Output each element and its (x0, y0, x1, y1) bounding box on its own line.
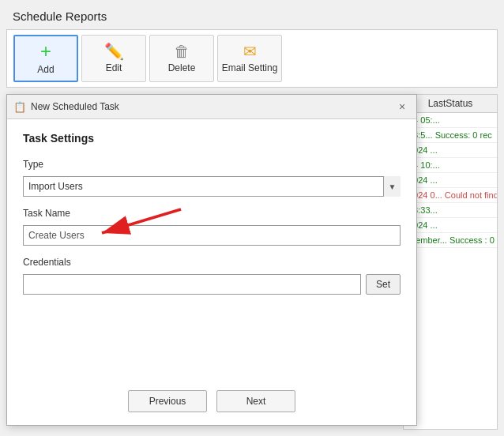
email-label: Email Setting (222, 62, 278, 73)
dialog-body: Task Settings Type Import Users Export U… (7, 119, 416, 382)
table-row: 2024 0... Could not find (404, 188, 497, 203)
table-row: 24 10:... (404, 158, 497, 173)
edit-button[interactable]: ✏️ Edit (81, 35, 146, 82)
app-container: Schedule Reports + Add ✏️ Edit 🗑 Delete … (0, 0, 504, 436)
credentials-label: Credentials (23, 257, 401, 268)
task-name-label: Task Name (23, 208, 401, 219)
main-content: LastStatus 24 05:... 08:5... Success: 0 … (6, 94, 498, 430)
page-title: Schedule Reports (0, 0, 504, 29)
bg-table: LastStatus 24 05:... 08:5... Success: 0 … (403, 94, 498, 430)
delete-button[interactable]: 🗑 Delete (149, 35, 214, 82)
table-row: 03:33... (404, 203, 497, 218)
dialog-footer: Previous Next (7, 382, 416, 425)
table-row: 2024 ... (404, 218, 497, 233)
dialog-titlebar: 📋 New Scheduled Task × (7, 95, 416, 119)
credentials-row: Set (23, 274, 401, 295)
dialog-title-icon: 📋 (13, 101, 26, 113)
add-label: Add (37, 64, 54, 75)
table-row: 24 05:... (404, 113, 497, 128)
table-row: 2024 ... (404, 143, 497, 158)
type-select[interactable]: Import Users Export Users Sync Users (23, 176, 401, 197)
task-name-input[interactable] (23, 225, 401, 246)
delete-label: Delete (168, 62, 196, 73)
toolbar: + Add ✏️ Edit 🗑 Delete ✉ Email Setting (6, 29, 498, 88)
task-settings-title: Task Settings (23, 132, 401, 145)
edit-icon: ✏️ (104, 43, 124, 59)
task-name-field-group: Task Name (23, 208, 401, 246)
add-button[interactable]: + Add (13, 35, 78, 82)
set-button[interactable]: Set (366, 274, 401, 295)
edit-label: Edit (106, 62, 122, 73)
table-row: 08:5... Success: 0 rec (404, 128, 497, 143)
dialog-title-text: New Scheduled Task (31, 101, 389, 112)
type-label: Type (23, 159, 401, 170)
email-icon: ✉ (243, 43, 257, 59)
credentials-field-group: Credentials Set (23, 257, 401, 295)
table-row: ptember... Success : 0 rec (404, 233, 497, 248)
table-row: 2024 ... (404, 173, 497, 188)
type-field-group: Type Import Users Export Users Sync User… (23, 159, 401, 197)
add-icon: + (40, 42, 51, 61)
new-scheduled-task-dialog: 📋 New Scheduled Task × Task Settings Typ… (6, 94, 417, 426)
credentials-input[interactable] (23, 274, 361, 295)
next-button[interactable]: Next (216, 390, 295, 412)
previous-button[interactable]: Previous (128, 390, 207, 412)
dialog-close-button[interactable]: × (394, 99, 410, 115)
delete-icon: 🗑 (174, 43, 190, 59)
email-setting-button[interactable]: ✉ Email Setting (217, 35, 282, 82)
type-select-wrapper: Import Users Export Users Sync Users ▼ (23, 176, 401, 197)
bg-table-header: LastStatus (404, 95, 497, 113)
